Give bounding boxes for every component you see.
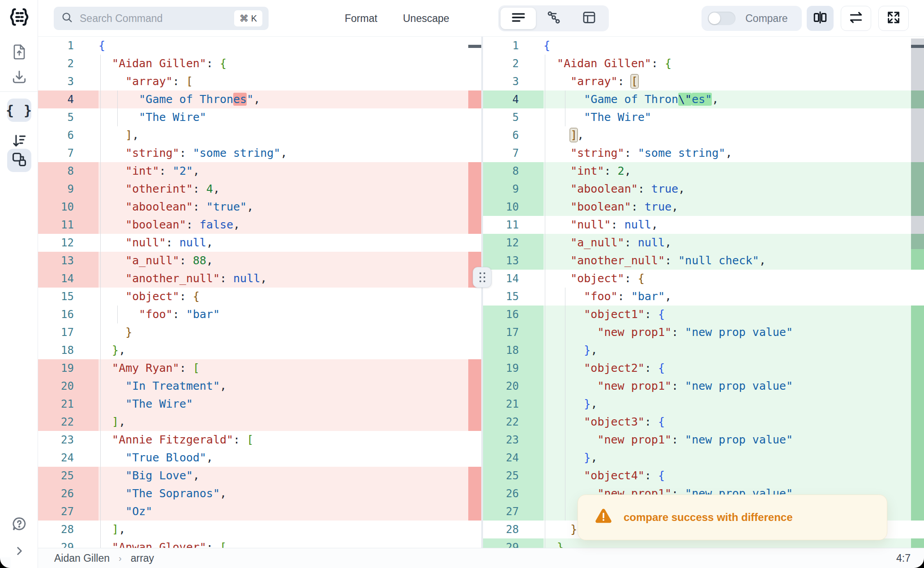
json-view-button[interactable]: { }	[7, 99, 31, 122]
code-line[interactable]: 11 "null": null,	[483, 216, 924, 234]
compare-documents-button[interactable]	[7, 149, 31, 172]
code-line[interactable]: 18 },	[38, 341, 481, 359]
line-number[interactable]: 18	[38, 341, 98, 359]
line-number[interactable]: 22	[38, 413, 98, 431]
line-number[interactable]: 28	[38, 521, 98, 538]
code-line[interactable]: 12 "null": null,	[38, 234, 481, 252]
line-number[interactable]: 3	[38, 73, 98, 90]
help-button[interactable]	[7, 513, 31, 537]
diff-overview-ruler[interactable]	[468, 37, 481, 548]
line-number[interactable]: 17	[483, 323, 543, 341]
line-number[interactable]: 16	[483, 306, 543, 323]
code-line[interactable]: 5 "The Wire"	[483, 108, 924, 126]
line-number[interactable]: 27	[38, 503, 98, 521]
download-button[interactable]	[7, 66, 31, 90]
code-line[interactable]: 21 },	[483, 395, 924, 413]
line-number[interactable]: 11	[38, 216, 98, 234]
line-number[interactable]: 13	[38, 252, 98, 270]
code-line[interactable]: 25 "Big Love",	[38, 467, 481, 485]
code-line[interactable]: 10 "aboolean": "true",	[38, 198, 481, 216]
code-line[interactable]: 4 "Game of Thrones",	[38, 90, 481, 108]
line-number[interactable]: 19	[38, 359, 98, 377]
code-line[interactable]: 8 "int": 2,	[483, 162, 924, 180]
code-line[interactable]: 24 },	[483, 449, 924, 467]
line-number[interactable]: 5	[38, 108, 98, 126]
code-line[interactable]: 23 "Annie Fitzgerald": [	[38, 431, 481, 449]
code-line[interactable]: 8 "int": "2",	[38, 162, 481, 180]
text-view-tab[interactable]	[500, 8, 536, 29]
code-line[interactable]: 3 "array": [	[483, 73, 924, 90]
line-number[interactable]: 8	[38, 162, 98, 180]
line-number[interactable]: 13	[483, 252, 543, 270]
line-number[interactable]: 10	[483, 198, 543, 216]
line-number[interactable]: 25	[483, 467, 543, 485]
search-input[interactable]: Search Command ⌘ K	[54, 7, 269, 30]
code-line[interactable]: 20 "In Treatment",	[38, 377, 481, 395]
code-line[interactable]: 25 "object4": {	[483, 467, 924, 485]
line-number[interactable]: 19	[483, 359, 543, 377]
line-number[interactable]: 11	[483, 216, 543, 234]
line-number[interactable]: 9	[38, 180, 98, 198]
line-number[interactable]: 16	[38, 306, 98, 323]
line-number[interactable]: 5	[483, 108, 543, 126]
split-diff-view-button[interactable]	[807, 6, 834, 31]
divider-drag-handle[interactable]	[473, 267, 492, 288]
code-line[interactable]: 29 "Anwan Glover": [	[38, 538, 481, 548]
code-line[interactable]: 19 "object2": {	[483, 359, 924, 377]
line-number[interactable]: 23	[483, 431, 543, 449]
breadcrumb-leaf[interactable]: array	[131, 552, 154, 564]
line-number[interactable]: 29	[38, 538, 98, 548]
line-number[interactable]: 14	[483, 270, 543, 288]
unescape-button[interactable]: Unescape	[397, 0, 456, 37]
line-number[interactable]: 20	[38, 377, 98, 395]
fullscreen-button[interactable]	[878, 6, 909, 31]
code-line[interactable]: 24 "True Blood",	[38, 449, 481, 467]
swap-panels-button[interactable]	[841, 6, 871, 31]
code-line[interactable]: 19 "Amy Ryan": [	[38, 359, 481, 377]
line-number[interactable]: 20	[483, 377, 543, 395]
code-line[interactable]: 7 "string": "some string",	[483, 144, 924, 162]
app-logo[interactable]	[7, 6, 31, 30]
line-number[interactable]: 22	[483, 413, 543, 431]
line-number[interactable]: 17	[38, 323, 98, 341]
code-line[interactable]: 22 "object3": {	[483, 413, 924, 431]
code-line[interactable]: 17 }	[38, 323, 481, 341]
code-line[interactable]: 10 "boolean": true,	[483, 198, 924, 216]
code-line[interactable]: 1{	[38, 37, 481, 55]
left-json-editor[interactable]: 1{2 "Aidan Gillen": {3 "array": [4 "Game…	[38, 37, 481, 548]
compare-toggle[interactable]	[708, 12, 736, 25]
code-line[interactable]: 2 "Aidan Gillen": {	[38, 55, 481, 73]
code-line[interactable]: 20 "new prop1": "new prop value"	[483, 377, 924, 395]
code-line[interactable]: 6 ],	[483, 126, 924, 144]
line-number[interactable]: 6	[38, 126, 98, 144]
line-number[interactable]: 28	[483, 521, 543, 538]
line-number[interactable]: 8	[483, 162, 543, 180]
code-line[interactable]: 18 },	[483, 341, 924, 359]
line-number[interactable]: 15	[38, 288, 98, 306]
diff-overview-ruler[interactable]	[911, 37, 924, 548]
line-number[interactable]: 2	[483, 55, 543, 73]
line-number[interactable]: 7	[38, 144, 98, 162]
line-number[interactable]: 1	[483, 37, 543, 55]
line-number[interactable]: 29	[483, 538, 543, 548]
line-number[interactable]: 21	[38, 395, 98, 413]
line-number[interactable]: 7	[483, 144, 543, 162]
line-number[interactable]: 4	[483, 90, 543, 108]
line-number[interactable]: 14	[38, 270, 98, 288]
line-number[interactable]: 10	[38, 198, 98, 216]
code-line[interactable]: 14 "object": {	[483, 270, 924, 288]
line-number[interactable]: 26	[483, 485, 543, 503]
code-line[interactable]: 5 "The Wire"	[38, 108, 481, 126]
graph-view-tab[interactable]	[536, 8, 571, 29]
line-number[interactable]: 27	[483, 503, 543, 521]
code-line[interactable]: 15 "object": {	[38, 288, 481, 306]
code-line[interactable]: 7 "string": "some string",	[38, 144, 481, 162]
code-line[interactable]: 11 "boolean": false,	[38, 216, 481, 234]
compare-result-toast[interactable]: compare success with difference	[578, 495, 887, 540]
code-line[interactable]: 4 "Game of Thron\"es",	[483, 90, 924, 108]
breadcrumb-root[interactable]: Aidan Gillen	[54, 552, 110, 564]
code-line[interactable]: 26 "The Sopranos",	[38, 485, 481, 503]
upload-file-button[interactable]	[7, 41, 31, 65]
code-line[interactable]: 28 ],	[38, 521, 481, 538]
code-line[interactable]: 16 "foo": "bar"	[38, 306, 481, 323]
